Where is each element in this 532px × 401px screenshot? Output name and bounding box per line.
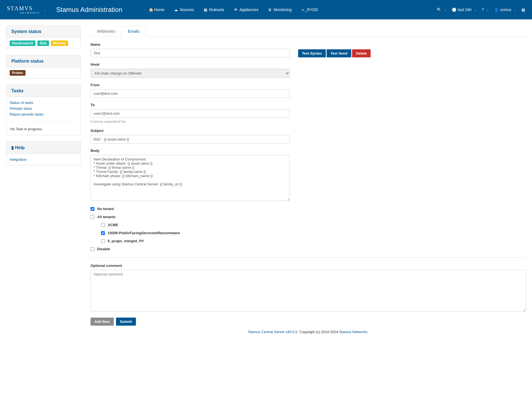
nav-home[interactable]: 🏠Home bbox=[144, 5, 169, 14]
footer-period: . bbox=[367, 330, 368, 334]
footer-product-link[interactable]: Stamus Central Server v40.0.0 bbox=[248, 330, 297, 334]
label-no-tenant: No tenant bbox=[97, 207, 114, 211]
submit-button[interactable]: Submit bbox=[116, 318, 136, 326]
nav-appliances[interactable]: 👁Appliances bbox=[230, 5, 263, 14]
textarea-body[interactable] bbox=[91, 155, 290, 201]
user-icon: 👤 bbox=[494, 7, 499, 12]
input-to[interactable] bbox=[91, 109, 290, 118]
apps-grid-icon: ▦ bbox=[521, 7, 525, 12]
checkbox-no-tenant[interactable] bbox=[91, 207, 94, 211]
link-integration[interactable]: Integration bbox=[10, 157, 77, 162]
user-label: scirius bbox=[500, 7, 511, 12]
separator bbox=[91, 257, 526, 257]
nav-sources-label: Sources bbox=[180, 7, 194, 12]
brand-logo[interactable]: STΛMVS NETWORKS ⌄ bbox=[7, 4, 47, 15]
badge-memory[interactable]: Memory bbox=[51, 40, 68, 46]
help-to: Comma separated list bbox=[91, 119, 290, 124]
apps-menu[interactable]: ▦ bbox=[521, 7, 525, 12]
footer-company-link[interactable]: Stamus Networks bbox=[339, 330, 367, 334]
nav-home-label: Home bbox=[154, 7, 164, 12]
test-syntax-button[interactable]: Test Syntax bbox=[298, 49, 326, 57]
label-to: To bbox=[91, 103, 290, 107]
badge-elasticsearch[interactable]: Elasticsearch bbox=[10, 40, 35, 46]
time-range-label: last 24h bbox=[458, 7, 471, 12]
no-task-message: No Task in progress bbox=[10, 125, 77, 132]
input-subject[interactable] bbox=[91, 135, 290, 144]
checkbox-tenant-19208[interactable] bbox=[101, 231, 105, 235]
nav-ryod[interactable]: ≻_RYOD bbox=[297, 5, 322, 14]
grid-icon: ▦ bbox=[204, 7, 208, 12]
textarea-optional-comment[interactable] bbox=[91, 270, 526, 312]
delete-button[interactable]: Delete bbox=[352, 49, 371, 57]
label-tenant-6pcaps: 6_pcaps_merged_PV bbox=[108, 239, 144, 243]
link-periodic-tasks[interactable]: Periodic tasks bbox=[10, 106, 77, 111]
nav-appliances-label: Appliances bbox=[239, 7, 259, 12]
label-disable: Disable bbox=[97, 247, 110, 251]
chevron-down-icon: ⌄ bbox=[44, 8, 47, 11]
clock-icon: 🕑 bbox=[452, 7, 456, 12]
label-all-tenants: All tenants bbox=[97, 215, 115, 219]
nav-ryod-label: RYOD bbox=[307, 7, 318, 12]
label-body: Body bbox=[91, 149, 290, 153]
label-from: From bbox=[91, 83, 290, 87]
label-tenant-acme: ACME bbox=[108, 223, 118, 227]
panel-system-status: System status Elasticsearch Disk Memory bbox=[6, 25, 81, 49]
select-hook[interactable]: Kill chain change on Offender bbox=[91, 69, 290, 78]
chevron-down-icon: ⌄ bbox=[474, 8, 476, 11]
label-hook: Hook bbox=[91, 62, 290, 67]
sidebar: System status Elasticsearch Disk Memory … bbox=[6, 25, 81, 172]
help-menu[interactable]: ?⌄ bbox=[482, 7, 489, 12]
time-range-selector[interactable]: 🕑last 24h⌄ bbox=[452, 7, 476, 12]
svg-text:NETWORKS: NETWORKS bbox=[20, 12, 40, 14]
footer-copyright: . Copyright (c) 2014-2024 bbox=[297, 330, 339, 334]
label-name: Name bbox=[91, 42, 290, 47]
label-tenant-19208: 19208-PublicFacingServicetoRansomware bbox=[108, 231, 180, 235]
panel-platform-status-title: Platform status bbox=[6, 55, 81, 67]
panel-tasks-title: Tasks bbox=[6, 85, 81, 97]
tab-emails[interactable]: Emails bbox=[122, 26, 146, 37]
panel-help-title: ▮ Help bbox=[6, 142, 81, 154]
link-report-periodic-tasks[interactable]: Report periodic tasks bbox=[10, 111, 77, 117]
label-subject: Subject bbox=[91, 129, 290, 133]
tenant-list: ACME 19208-PublicFacingServicetoRansomwa… bbox=[101, 223, 290, 243]
badge-disk[interactable]: Disk bbox=[37, 40, 49, 46]
nav-monitoring[interactable]: 🖥Monitoring bbox=[264, 5, 296, 14]
nav-right: 🔍⌄ 🕑last 24h⌄ ?⌄ 👤scirius⌄ ▦ bbox=[437, 7, 525, 12]
tabs: Webhooks Emails bbox=[91, 25, 526, 37]
checkbox-tenant-acme[interactable] bbox=[101, 223, 105, 227]
link-status-of-tasks[interactable]: Status of tasks bbox=[10, 100, 77, 106]
badge-probes[interactable]: Probes bbox=[10, 70, 25, 76]
chevron-down-icon: ⌄ bbox=[514, 8, 516, 11]
nav-monitoring-label: Monitoring bbox=[273, 7, 291, 12]
tab-webhooks[interactable]: Webhooks bbox=[91, 26, 122, 37]
user-menu[interactable]: 👤scirius⌄ bbox=[494, 7, 516, 12]
search-icon: 🔍 bbox=[437, 7, 441, 12]
svg-text:STΛMVS: STΛMVS bbox=[7, 5, 33, 11]
search-button[interactable]: 🔍⌄ bbox=[437, 7, 446, 12]
nav-rulesets[interactable]: ▦Rulesets bbox=[200, 5, 228, 14]
label-optional-comment: Optional comment bbox=[91, 264, 526, 268]
app-title: Stamus Administration bbox=[56, 6, 122, 14]
nav-center: 🏠Home ☁Sources ▦Rulesets 👁Appliances 🖥Mo… bbox=[144, 5, 322, 14]
checkbox-all-tenants[interactable] bbox=[91, 215, 94, 219]
home-icon: 🏠 bbox=[149, 7, 153, 12]
nav-rulesets-label: Rulesets bbox=[209, 7, 224, 12]
book-icon: ▮ bbox=[11, 145, 14, 150]
add-item-button[interactable]: Add Item bbox=[91, 318, 114, 326]
footer: Stamus Central Server v40.0.0. Copyright… bbox=[91, 326, 526, 341]
monitor-icon: 🖥 bbox=[268, 7, 272, 12]
test-send-button[interactable]: Test Send bbox=[327, 49, 351, 57]
input-name[interactable] bbox=[91, 49, 290, 57]
input-from[interactable] bbox=[91, 89, 290, 98]
checkbox-disable[interactable] bbox=[91, 247, 94, 251]
eye-icon: 👁 bbox=[234, 7, 238, 12]
panel-system-status-title: System status bbox=[6, 26, 81, 38]
nav-sources[interactable]: ☁Sources bbox=[170, 5, 198, 14]
help-icon: ? bbox=[482, 7, 484, 12]
chevron-down-icon: ⌄ bbox=[444, 8, 446, 11]
checkbox-tenant-6pcaps[interactable] bbox=[101, 239, 105, 243]
action-button-group: Test Syntax Test Send Delete bbox=[298, 49, 371, 57]
panel-help: ▮ Help Integration bbox=[6, 141, 81, 165]
panel-tasks: Tasks Status of tasks Periodic tasks Rep… bbox=[6, 85, 81, 135]
panel-help-title-text: Help bbox=[15, 145, 25, 150]
